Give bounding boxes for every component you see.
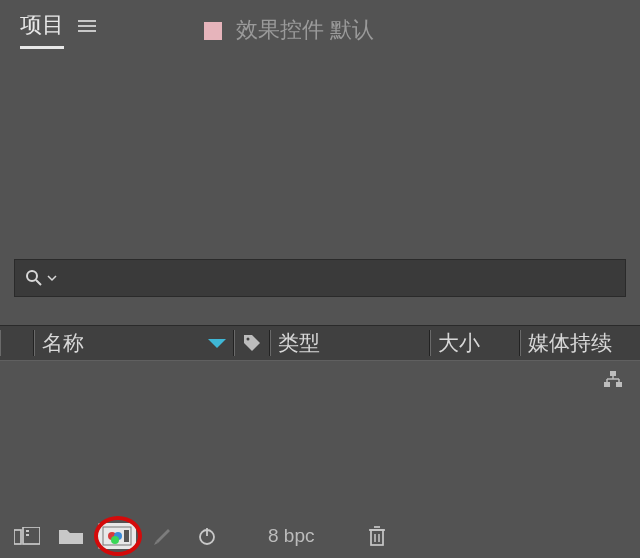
power-icon[interactable] — [190, 521, 224, 551]
chevron-down-icon — [47, 273, 57, 283]
new-folder-icon[interactable] — [54, 521, 88, 551]
svg-rect-16 — [26, 534, 29, 536]
column-name[interactable]: 名称 — [34, 326, 234, 360]
svg-rect-24 — [371, 530, 383, 545]
svg-point-3 — [27, 271, 37, 281]
column-type-label: 类型 — [278, 329, 320, 357]
svg-line-4 — [36, 280, 41, 285]
tab-effect-controls[interactable]: 效果控件 默认 — [236, 15, 374, 45]
new-composition-icon[interactable] — [98, 523, 136, 549]
svg-point-20 — [111, 536, 119, 544]
search-icon — [25, 269, 43, 287]
svg-rect-15 — [26, 530, 29, 532]
column-media-duration[interactable]: 媒体持续 — [520, 326, 640, 360]
column-media-label: 媒体持续 — [528, 329, 612, 357]
project-items-area[interactable] — [0, 361, 640, 499]
svg-rect-6 — [610, 371, 616, 376]
column-size-label: 大小 — [438, 329, 480, 357]
search-row — [14, 259, 626, 297]
sort-indicator-icon — [208, 339, 226, 348]
svg-rect-8 — [616, 382, 622, 387]
column-name-label: 名称 — [42, 329, 84, 357]
project-footer-toolbar: 8 bpc — [0, 514, 640, 558]
svg-rect-14 — [23, 527, 40, 544]
interpret-footage-icon[interactable] — [10, 521, 44, 551]
svg-rect-7 — [604, 382, 610, 387]
svg-point-5 — [247, 338, 250, 341]
tab-project[interactable]: 项目 — [20, 10, 64, 49]
trash-icon[interactable] — [360, 521, 394, 551]
column-tag[interactable] — [234, 326, 270, 360]
tag-icon — [242, 333, 262, 353]
search-input[interactable] — [14, 259, 626, 297]
color-depth-button[interactable]: 8 bpc — [268, 525, 314, 547]
adjustment-layer-icon[interactable] — [146, 521, 180, 551]
column-header-row: 名称 类型 大小 媒体持续 — [0, 325, 640, 361]
panel-tabbar: 项目 效果控件 默认 — [0, 0, 640, 49]
flowchart-icon[interactable] — [604, 371, 622, 391]
project-preview-area — [0, 49, 640, 259]
panel-menu-icon[interactable] — [78, 15, 96, 44]
column-size[interactable]: 大小 — [430, 326, 520, 360]
label-color-swatch — [204, 22, 222, 40]
column-type[interactable]: 类型 — [270, 326, 430, 360]
svg-rect-13 — [14, 530, 21, 544]
column-label-color[interactable] — [0, 326, 34, 360]
svg-rect-21 — [124, 530, 129, 542]
